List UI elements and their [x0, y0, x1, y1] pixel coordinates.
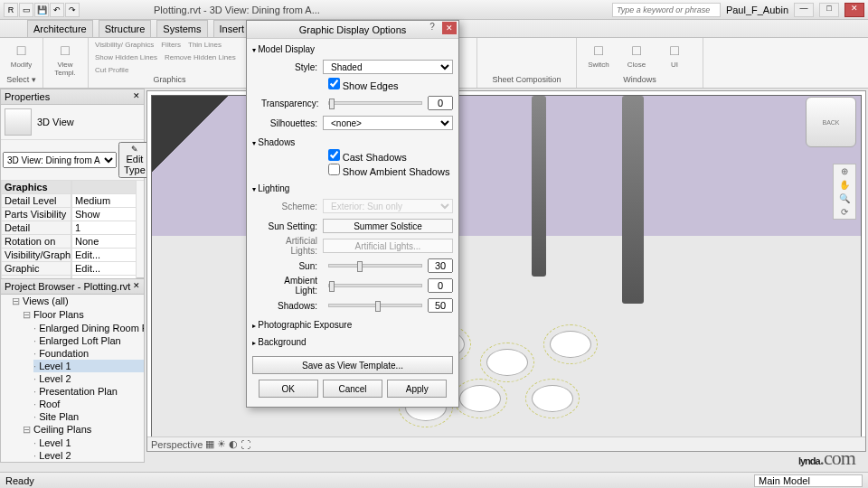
sun-label: Sun: — [261, 261, 323, 271]
group-sheet-composition: Sheet Composition — [481, 75, 572, 86]
remove-hidden-lines-button[interactable]: Remove Hidden Lines — [162, 52, 239, 62]
silhouettes-select[interactable]: <none> — [323, 116, 453, 130]
minimize-button[interactable]: — — [794, 3, 814, 17]
quick-access-toolbar: R ▭ 💾 ↶ ↷ — [4, 3, 80, 17]
properties-panel: Properties✕ 3D View 3D View: Dining from… — [0, 89, 145, 278]
maximize-button[interactable]: □ — [819, 3, 839, 17]
close-hidden-button[interactable]: Close — [618, 41, 655, 75]
tree-item[interactable]: Level 1 — [33, 436, 144, 449]
pan-icon[interactable]: ✋ — [839, 180, 850, 190]
orbit-icon[interactable]: ⟳ — [841, 207, 848, 217]
prop-parts-visibility[interactable]: Show Original — [71, 208, 137, 221]
section-model-display[interactable]: Model Display — [252, 42, 453, 56]
show-hidden-lines-button[interactable]: Show Hidden Lines — [92, 52, 160, 62]
cancel-button[interactable]: Cancel — [323, 380, 382, 398]
main-model-select[interactable] — [754, 474, 863, 487]
tree-item[interactable]: Level 2 — [33, 372, 144, 385]
scheme-label: Scheme: — [261, 202, 323, 211]
tree-item[interactable]: Foundation — [33, 347, 144, 360]
properties-close-icon[interactable]: ✕ — [133, 91, 140, 102]
status-bar: Ready — [0, 472, 868, 488]
shadows-intensity-slider[interactable] — [328, 304, 422, 307]
dialog-close-icon[interactable]: ✕ — [442, 22, 457, 34]
prop-detail-number[interactable]: 1 — [71, 221, 137, 235]
prop-category: Graphics — [1, 181, 71, 194]
ambient-light-input[interactable] — [428, 278, 453, 293]
prop-rotation[interactable]: None — [71, 235, 137, 249]
ambient-shadows-checkbox[interactable] — [328, 164, 340, 175]
graphic-display-options-dialog: Graphic Display Options ? ✕ Model Displa… — [246, 20, 459, 408]
tree-views[interactable]: Views (all) — [12, 295, 144, 308]
switch-windows-button[interactable]: Switch — [580, 41, 617, 75]
sun-input[interactable] — [428, 258, 453, 273]
section-lighting[interactable]: Lighting — [252, 182, 453, 195]
status-ready: Ready — [5, 475, 34, 486]
apply-button[interactable]: Apply — [387, 380, 447, 398]
perspective-label[interactable]: Perspective — [151, 439, 203, 450]
tree-item[interactable]: Site Plan — [33, 410, 144, 423]
dialog-title: Graphic Display Options — [299, 24, 407, 35]
sun-slider[interactable] — [328, 264, 422, 267]
steering-wheel-icon[interactable]: ⊕ — [841, 166, 848, 176]
prop-detail-level[interactable]: Medium — [71, 194, 137, 208]
undo-icon[interactable]: ↶ — [50, 3, 64, 17]
open-icon[interactable]: ▭ — [19, 3, 33, 17]
ok-button[interactable]: OK — [259, 380, 318, 398]
section-background[interactable]: Background — [252, 335, 453, 349]
search-input[interactable] — [612, 3, 721, 17]
app-menu-icon[interactable]: R — [4, 3, 18, 17]
section-shadows[interactable]: Shadows — [252, 136, 453, 149]
tree-item[interactable]: Enlarged Loft Plan — [33, 334, 144, 347]
dialog-help-icon[interactable]: ? — [426, 22, 439, 34]
transparency-slider[interactable] — [328, 101, 422, 105]
crop-icon[interactable]: ⛶ — [241, 439, 250, 450]
prop-visibility-override[interactable]: Edit... — [71, 249, 137, 262]
project-browser-tree[interactable]: Views (all) Floor Plans Enlarged Dining … — [1, 295, 144, 462]
view-cube[interactable]: BACK — [806, 97, 856, 147]
tree-ceiling-plans[interactable]: Ceiling Plans — [23, 423, 144, 436]
user-interface-button[interactable]: UI — [656, 41, 693, 75]
tree-item-selected[interactable]: Level 1 — [33, 360, 144, 372]
sun-setting-button[interactable] — [323, 219, 453, 233]
ambient-light-slider[interactable] — [328, 284, 422, 287]
tree-floor-plans[interactable]: Floor Plans — [23, 308, 144, 322]
ambient-light-label: Ambient Light: — [261, 276, 323, 296]
visibility-graphics-button[interactable]: Visibility/ Graphics — [92, 40, 156, 50]
tab-systems[interactable]: Systems — [156, 20, 207, 37]
section-photographic-exposure[interactable]: Photographic Exposure — [252, 318, 453, 332]
style-select[interactable]: Shaded — [323, 60, 453, 74]
visual-style-icon[interactable]: ▦ — [205, 438, 214, 450]
tree-item[interactable]: Roof — [33, 398, 144, 410]
prop-graphic-display[interactable]: Edit... — [71, 262, 137, 276]
shadows-intensity-input[interactable] — [428, 298, 453, 313]
navigation-bar[interactable]: ⊕ ✋ 🔍 ⟳ — [833, 164, 856, 220]
transparency-input[interactable] — [428, 96, 453, 110]
browser-close-icon[interactable]: ✕ — [133, 281, 140, 292]
cast-shadows-checkbox[interactable] — [328, 149, 340, 161]
group-graphics: Graphics — [92, 75, 247, 86]
tree-item[interactable]: Presentation Plan — [33, 385, 144, 398]
show-edges-checkbox[interactable] — [328, 78, 340, 89]
transparency-label: Transparency: — [261, 99, 323, 108]
thin-lines-button[interactable]: Thin Lines — [185, 40, 224, 50]
modify-button[interactable]: Modify — [4, 41, 39, 75]
save-icon[interactable]: 💾 — [34, 3, 49, 17]
scheme-select: Exterior: Sun only — [323, 199, 453, 213]
tree-item[interactable]: Level 2 — [33, 449, 144, 462]
view-templates-button[interactable]: ViewTempl. — [47, 41, 83, 75]
cut-profile-button[interactable]: Cut Profile — [92, 65, 131, 75]
sun-path-icon[interactable]: ☀ — [217, 438, 226, 450]
properties-title: Properties — [5, 91, 50, 102]
close-button[interactable]: ✕ — [844, 3, 864, 17]
redo-icon[interactable]: ↷ — [65, 3, 80, 17]
shadows-icon[interactable]: ◐ — [229, 438, 238, 450]
zoom-icon[interactable]: 🔍 — [839, 193, 850, 203]
tree-item[interactable]: Enlarged Dining Room Plan — [33, 322, 144, 334]
tab-insert[interactable]: Insert — [213, 20, 251, 37]
tab-structure[interactable]: Structure — [99, 20, 152, 37]
type-selector[interactable]: 3D View: Dining from A — [3, 152, 117, 168]
group-select[interactable]: Select ▾ — [4, 75, 39, 86]
tab-architecture[interactable]: Architecture — [27, 20, 93, 37]
save-as-view-template-button[interactable]: Save as View Template... — [252, 356, 453, 374]
filters-button[interactable]: Filters — [158, 40, 184, 50]
